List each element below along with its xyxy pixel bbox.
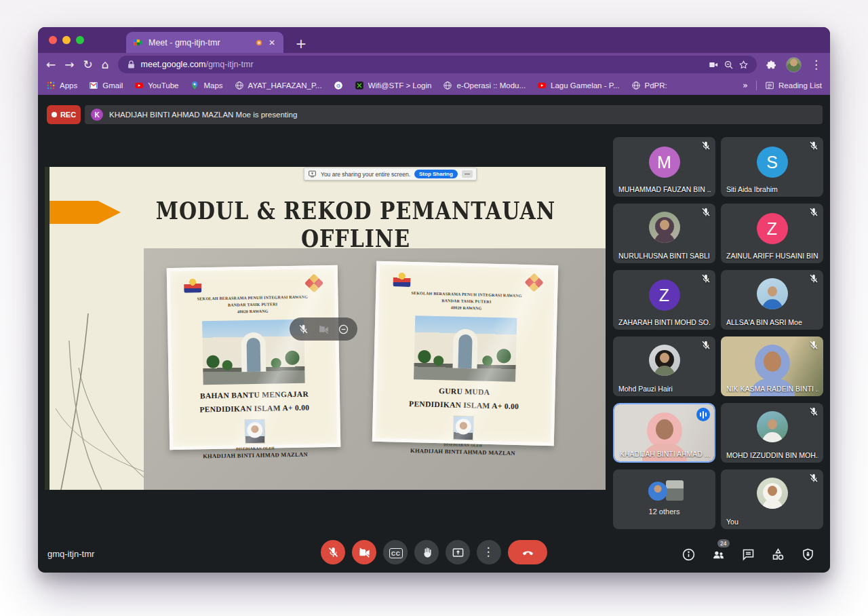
- chat-button[interactable]: [741, 547, 755, 562]
- participant-tile-others[interactable]: 12 others: [613, 469, 715, 529]
- participant-tile-6[interactable]: Mohd Pauzi Hairi: [613, 336, 715, 396]
- participant-tile-8[interactable]: KHADIJAH BINTI AHMAD ...: [613, 403, 715, 463]
- hand-icon: [420, 546, 433, 559]
- muted-mic-icon: [808, 207, 819, 218]
- participant-tile-7[interactable]: NIK KASMA RADEIN BINTI ...: [721, 336, 823, 396]
- globe-icon: [443, 81, 452, 90]
- home-button[interactable]: ⌂: [102, 59, 109, 71]
- youtube-icon: [537, 81, 547, 90]
- mic-off-button[interactable]: [321, 540, 345, 564]
- overflow-avatars: [644, 480, 685, 502]
- slide-arrow-decoration: [50, 201, 121, 224]
- activities-button[interactable]: [771, 547, 785, 562]
- zoom-out-icon[interactable]: [724, 60, 734, 70]
- more-icon: ⋮: [483, 546, 496, 559]
- presenting-banner: K KHADIJAH BINTI AHMAD MAZLAN Moe is pre…: [85, 105, 823, 124]
- slide-title: MODUL & REKOD PEMANTAUAN OFFLINE: [133, 197, 578, 253]
- coat-of-arms-icon: [393, 272, 411, 287]
- bookmark-google[interactable]: G: [334, 81, 343, 90]
- cc-icon: CC: [389, 546, 402, 559]
- address-bar[interactable]: meet.google.com/gmq-itjn-tmr: [118, 56, 757, 73]
- end-call-button[interactable]: [508, 540, 547, 564]
- extensions-puzzle-icon[interactable]: [766, 59, 777, 71]
- recording-badge: REC: [47, 105, 81, 124]
- participant-tile-11[interactable]: You: [721, 469, 823, 529]
- tab-recording-indicator-icon: [256, 40, 262, 45]
- bookmark-apps[interactable]: Apps: [46, 81, 77, 90]
- youtube-icon: [134, 81, 144, 90]
- raise-hand-button[interactable]: [414, 540, 439, 564]
- avatar: [649, 345, 680, 376]
- muted-mic-icon: [808, 140, 819, 151]
- back-button[interactable]: ←: [46, 59, 56, 71]
- bookmark-maps[interactable]: Maps: [190, 81, 222, 90]
- forward-button[interactable]: →: [64, 59, 74, 71]
- participant-name: MOHD IZZUDDIN BIN MOH...: [726, 451, 818, 459]
- bookmark-e-operasi-modu[interactable]: e-Operasi :: Modu...: [443, 81, 526, 90]
- bookmark-star-icon[interactable]: [738, 60, 749, 70]
- reading-list-button[interactable]: Reading List: [765, 81, 822, 90]
- browser-toolbar: ← → ↻ ⌂ meet.google.com/gmq-itjn-tmr ⋮: [38, 53, 830, 76]
- bookmark-lagu-gamelan-p[interactable]: Lagu Gamelan - P...: [537, 81, 619, 90]
- mic-off-icon: [327, 546, 340, 559]
- new-tab-button[interactable]: +: [293, 37, 309, 50]
- binder-right: SEKOLAH BERASRAMA PENUH INTEGRASI RAWANG…: [372, 261, 558, 446]
- host-controls-button[interactable]: [801, 547, 815, 562]
- url-text: meet.google.com/gmq-itjn-tmr: [141, 60, 704, 69]
- svg-text:G: G: [336, 82, 340, 88]
- window-controls: [49, 36, 84, 44]
- muted-mic-icon: [701, 273, 711, 284]
- present-icon: [452, 546, 465, 559]
- remove-tile-icon[interactable]: [338, 324, 349, 335]
- participant-tile-3[interactable]: ZZAINUL ARIFF HUSAINI BIN ...: [721, 204, 823, 263]
- zoom-window-button[interactable]: [76, 36, 84, 44]
- muted-mic-icon: [701, 140, 711, 151]
- tab-meet[interactable]: Meet - gmq-itjn-tmr ✕: [126, 32, 283, 53]
- tab-strip: Meet - gmq-itjn-tmr ✕ +: [38, 27, 830, 53]
- bookmark-ayat-hafazan-p[interactable]: AYAT_HAFAZAN_P...: [235, 81, 322, 90]
- presentation-stage[interactable]: MODUL & REKOD PEMANTAUAN OFFLINE SEKOLAH…: [45, 167, 606, 490]
- toast-minimize-button[interactable]: [462, 170, 473, 178]
- reload-button[interactable]: ↻: [83, 59, 93, 71]
- google-icon: G: [334, 81, 343, 90]
- participant-tile-4[interactable]: ZZAHARAH BINTI MOHD SO...: [613, 270, 715, 330]
- profile-avatar[interactable]: [786, 57, 802, 73]
- bookmark-gmail[interactable]: Gmail: [89, 81, 123, 90]
- participant-tile-1[interactable]: SSiti Aida Ibrahim: [721, 137, 823, 197]
- captions-button[interactable]: CC: [383, 540, 408, 564]
- maps-icon: [190, 81, 199, 90]
- camera-off-button[interactable]: [352, 540, 376, 564]
- participants-button[interactable]: 24: [711, 547, 726, 562]
- more-options-button[interactable]: ⋮: [477, 540, 501, 564]
- tab-camera-icon[interactable]: [709, 60, 719, 70]
- participant-tile-2[interactable]: NURULHUSNA BINTI SABLI ...: [613, 204, 715, 263]
- lock-icon: [126, 60, 136, 70]
- browser-window: Meet - gmq-itjn-tmr ✕ + ← → ↻ ⌂ meet.goo…: [38, 27, 830, 573]
- browser-menu-icon[interactable]: ⋮: [810, 59, 822, 71]
- speaking-indicator-icon: [696, 408, 710, 421]
- bookmark-youtube[interactable]: YouTube: [134, 81, 178, 90]
- participant-tile-5[interactable]: ALLSA'A BIN ASRI Moe: [721, 270, 823, 330]
- end-call-icon: [521, 546, 534, 559]
- meeting-details-button[interactable]: [682, 547, 696, 562]
- school-building-photo: [414, 315, 517, 382]
- mic-off-icon[interactable]: [298, 324, 309, 335]
- bookmark-wifi-stf-login[interactable]: Wifi@STF > Login: [355, 81, 432, 90]
- bookmarks-overflow-button[interactable]: »: [743, 80, 748, 90]
- site-x-icon: [355, 81, 364, 90]
- close-window-button[interactable]: [49, 36, 57, 44]
- minimize-window-button[interactable]: [62, 36, 71, 44]
- divider: [756, 81, 757, 90]
- stop-sharing-button[interactable]: Stop Sharing: [414, 170, 458, 178]
- camera-off-icon[interactable]: [318, 324, 330, 335]
- school-crest-icon: [524, 273, 543, 292]
- present-button[interactable]: [446, 540, 470, 564]
- participant-tile-0[interactable]: MMUHAMMAD FAUZAN BIN ...: [613, 137, 715, 197]
- muted-mic-icon: [808, 273, 819, 284]
- teacher-portrait-photo: [245, 419, 266, 444]
- binder-title: BAHAN BANTU MENGAJAR PENDIDIKAN ISLAM A+…: [179, 387, 330, 417]
- avatar: Z: [757, 213, 788, 244]
- tab-close-icon[interactable]: ✕: [267, 38, 277, 47]
- participant-tile-9[interactable]: MOHD IZZUDDIN BIN MOH...: [721, 403, 823, 463]
- bookmark-pdpr[interactable]: PdPR:: [631, 81, 667, 90]
